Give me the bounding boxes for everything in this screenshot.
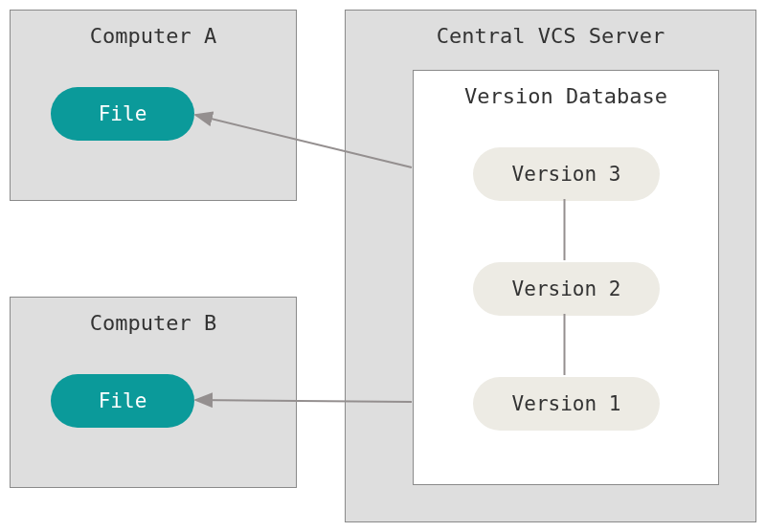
version-2-label: Version 2 <box>512 277 621 300</box>
version-1-pill: Version 1 <box>473 377 660 431</box>
version-3-pill: Version 3 <box>473 147 660 201</box>
server-box: Central VCS Server Version Database Vers… <box>345 10 756 522</box>
version-database-box: Version Database Version 3 Version 2 Ver… <box>413 70 719 485</box>
file-pill-a: File <box>51 87 194 141</box>
file-label-a: File <box>99 102 147 125</box>
version-database-title: Version Database <box>414 84 718 108</box>
version-1-label: Version 1 <box>512 392 621 415</box>
computer-b-title: Computer B <box>11 311 296 335</box>
version-3-label: Version 3 <box>512 163 621 186</box>
computer-a-title: Computer A <box>11 24 296 48</box>
file-pill-b: File <box>51 374 194 428</box>
file-label-b: File <box>99 389 147 412</box>
computer-b-box: Computer B File <box>10 297 297 488</box>
server-title: Central VCS Server <box>346 24 755 48</box>
version-2-pill: Version 2 <box>473 262 660 316</box>
computer-a-box: Computer A File <box>10 10 297 201</box>
